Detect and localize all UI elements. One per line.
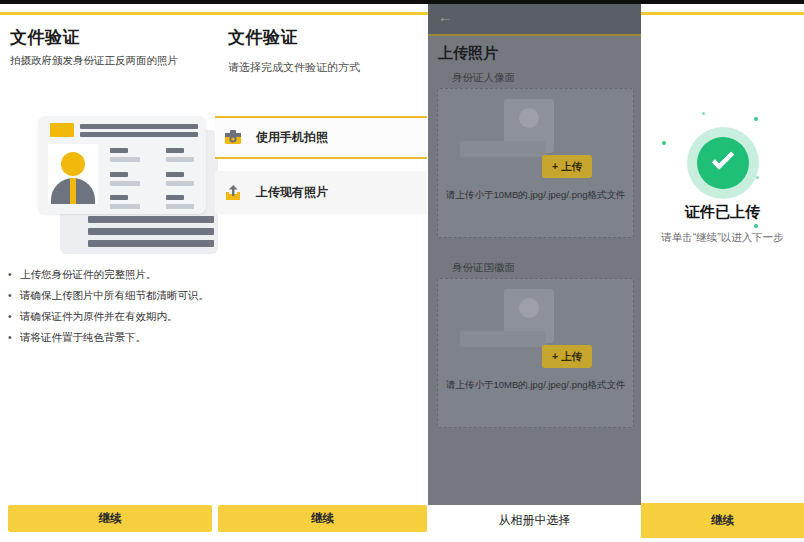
upload-hint: 请上传小于10MB的.jpg/.jpeg/.png格式文件 <box>446 189 634 202</box>
kyc-flow-screens: 文件验证 拍摄政府颁发身份证正反两面的照片 <box>0 0 804 542</box>
panel-upload-success: 证件已上传 请单击“继续”以进入下一步 继续 <box>641 0 804 542</box>
page-subtitle: 拍摄政府颁发身份证正反两面的照片 <box>10 54 178 68</box>
header-bar <box>428 0 641 34</box>
upload-dropzone-back[interactable]: + 上传 请上传小于10MB的.jpg/.jpeg/.png格式文件 <box>437 278 634 428</box>
option-label: 使用手机拍照 <box>256 129 328 146</box>
upload-dropzone-front[interactable]: + 上传 请上传小于10MB的.jpg/.jpeg/.png格式文件 <box>437 88 634 238</box>
top-yellow-line <box>0 12 804 15</box>
panel-document-intro: 文件验证 拍摄政府颁发身份证正反两面的照片 <box>0 0 215 542</box>
page-title: 文件验证 <box>228 26 298 49</box>
upload-hint: 请上传小于10MB的.jpg/.jpeg/.png格式文件 <box>446 379 634 392</box>
upload-button[interactable]: + 上传 <box>542 345 592 368</box>
success-check-icon <box>697 137 749 189</box>
option-take-photo[interactable]: 使用手机拍照 <box>215 116 427 159</box>
continue-button[interactable]: 继续 <box>218 505 427 532</box>
sparkle-dot <box>754 224 758 228</box>
header-accent-line <box>428 34 641 36</box>
id-card-illustration <box>28 98 214 258</box>
top-black-bar <box>0 0 804 4</box>
instruction-item: 请将证件置于纯色背景下。 <box>8 331 213 343</box>
instruction-list: 上传您身份证件的完整照片。 请确保上传图片中所有细节都清晰可识。 请确保证件为原… <box>8 268 213 352</box>
front-side-label: 身份证人像面 <box>452 71 515 85</box>
success-subtitle: 请单击“继续”以进入下一步 <box>641 231 804 245</box>
continue-button[interactable]: 继续 <box>8 505 212 532</box>
page-title: 文件验证 <box>10 26 80 49</box>
instruction-item: 上传您身份证件的完整照片。 <box>8 268 213 280</box>
card-photo-graphic <box>48 144 98 204</box>
panel-upload-photos: ← 上传照片 身份证人像面 + 上传 请上传小于10MB的.jpg/.jpeg/… <box>428 0 641 542</box>
sparkle-dot <box>702 112 705 115</box>
sparkle-dot <box>756 176 759 179</box>
option-upload-photo[interactable]: 上传现有照片 <box>215 171 427 214</box>
sparkle-dot <box>754 117 758 121</box>
sparkle-dot <box>662 141 666 145</box>
back-arrow-icon[interactable]: ← <box>438 9 452 25</box>
upload-button[interactable]: + 上传 <box>542 155 592 178</box>
camera-icon <box>224 130 242 146</box>
card-flag-graphic <box>50 123 74 137</box>
option-label: 上传现有照片 <box>256 184 328 201</box>
upload-page-title: 上传照片 <box>438 44 498 63</box>
continue-button[interactable]: 继续 <box>641 503 804 538</box>
choose-from-album-button[interactable]: 从相册中选择 <box>428 505 641 535</box>
id-card-front-graphic <box>38 116 206 214</box>
upload-icon <box>224 185 242 201</box>
success-title: 证件已上传 <box>641 203 804 222</box>
panel-verification-method: 文件验证 请选择完成文件验证的方式 使用手机拍照 上传现有照片 继续 <box>215 0 428 542</box>
instruction-item: 请确保证件为原件并在有效期内。 <box>8 310 213 322</box>
ghost-bar-graphic <box>460 141 546 157</box>
back-side-label: 身份证国徽面 <box>452 261 515 275</box>
ghost-bar-graphic <box>460 331 546 347</box>
page-subtitle: 请选择完成文件验证的方式 <box>228 60 360 75</box>
instruction-item: 请确保上传图片中所有细节都清晰可识。 <box>8 289 213 301</box>
